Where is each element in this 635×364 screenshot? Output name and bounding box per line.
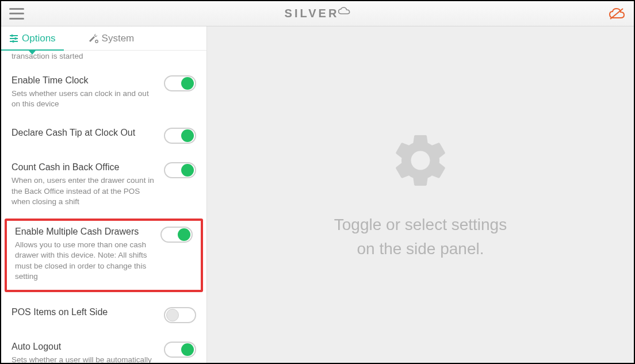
toggle-enable-time-clock[interactable] [164,75,196,91]
setting-desc: Allows you to use more than one cash dra… [15,240,154,282]
toggle-multiple-cash-drawers[interactable] [160,227,193,243]
setting-title: Auto Logout [12,342,157,352]
toggle-count-cash-back-office[interactable] [164,162,196,178]
settings-list[interactable]: transaction is started Enable Time Clock… [1,51,206,363]
highlighted-setting: Enable Multiple Cash Drawers Allows you … [5,219,203,292]
setting-count-cash-back-office: Count Cash in Back Office When on, users… [1,154,206,217]
setting-desc: Sets whether a user will be automaticall… [12,355,157,363]
setting-title: Count Cash in Back Office [12,162,157,173]
svg-point-6 [12,40,14,43]
sliders-icon [9,34,18,43]
setting-enable-time-clock: Enable Time Clock Sets whether users can… [1,67,206,120]
app-logo: SILVER [285,7,351,20]
setting-title: Enable Time Clock [12,75,157,86]
wrench-icon [89,34,98,43]
cloud-offline-icon [609,7,626,20]
cloud-icon [338,7,350,15]
app-header: SILVER [1,1,634,26]
settings-sidebar: Options System transaction is started En… [1,26,207,363]
toggle-auto-logout[interactable] [164,342,196,358]
setting-desc: Sets whether users can clock in and out … [12,89,157,109]
svg-point-7 [95,40,97,42]
detail-placeholder-text: Toggle or select settings on the side pa… [334,213,507,261]
tab-options[interactable]: Options [1,26,64,50]
placeholder-line-2: on the side panel. [334,237,507,261]
setting-title: Declare Cash Tip at Clock Out [12,128,157,138]
setting-pos-items-left: POS Items on Left Side [1,293,206,334]
svg-point-4 [14,37,17,40]
tab-system-label: System [102,33,135,44]
setting-title: Enable Multiple Cash Drawers [15,227,154,237]
placeholder-line-1: Toggle or select settings [334,213,507,237]
svg-point-2 [11,35,13,37]
setting-auto-logout: Auto Logout Sets whether a user will be … [1,334,206,363]
setting-desc: When on, users enter the drawer count in… [12,175,157,207]
menu-icon[interactable] [9,8,24,20]
toggle-pos-items-left[interactable] [164,307,196,323]
setting-declare-cash-tip: Declare Cash Tip at Clock Out [1,120,206,154]
gear-icon [389,129,452,192]
tab-system[interactable]: System [81,26,143,50]
setting-title: POS Items on Left Side [12,307,157,317]
logo-text: SILVER [285,7,339,20]
sidebar-tabs: Options System [1,26,206,51]
tab-options-label: Options [22,33,56,44]
detail-pane: Toggle or select settings on the side pa… [207,26,634,363]
toggle-declare-cash-tip[interactable] [164,128,196,144]
